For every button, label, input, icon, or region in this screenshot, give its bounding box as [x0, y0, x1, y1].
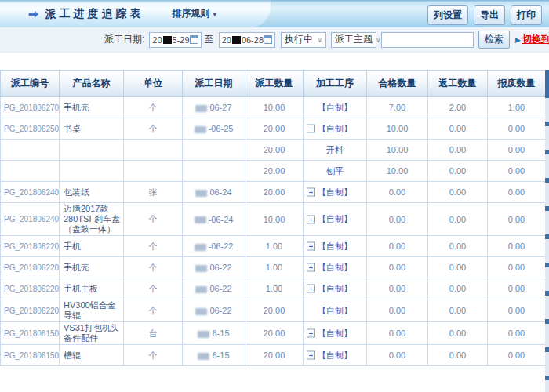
cell-scrap: 0.00 [488, 299, 546, 322]
column-header-0[interactable]: 派工编号 [1, 71, 60, 97]
table-row: PG_20180622001HV300铝合金导辊个06-2220.00【自制】0… [1, 299, 546, 322]
cell-scrap: 0.00 [488, 236, 546, 257]
sort-rule-dropdown[interactable]: 排序规则 ▾ [173, 7, 217, 20]
cell-product: 包装纸 [60, 182, 124, 203]
cell-process: +【自制】 [304, 236, 367, 257]
table-row: PG_20180624002包装纸张06-2420.00+【自制】0.000.0… [1, 182, 546, 203]
cell-code [1, 140, 60, 161]
cell-code: PG_20180622004 [1, 236, 60, 257]
column-header-2[interactable]: 单位 [124, 71, 183, 97]
cell-unit: 张 [124, 182, 183, 203]
cell-unit: 台 [124, 322, 183, 345]
cell-product: HV300铝合金导辊 [60, 299, 124, 322]
cell-qty: 1.00 [245, 257, 304, 278]
cell-process: +【自制】 [304, 182, 367, 203]
print-button[interactable]: 打印 [511, 5, 542, 25]
column-header-8[interactable]: 报废数量 [488, 71, 546, 97]
redacted-date-blob [195, 308, 207, 315]
app-window: ➡ 派工进度追踪表 排序规则 ▾ 列设置 导出 打印 派工日期: 20 5-29… [0, 0, 549, 392]
cell-scrap: 1.00 [488, 97, 546, 118]
cell-qty: 20.00 [245, 345, 304, 366]
cell-product: 手机壳 [60, 97, 124, 118]
cell-qty: 20.00 [245, 299, 304, 322]
cell-product: 槽辊 [60, 345, 124, 366]
export-button[interactable]: 导出 [474, 5, 505, 25]
column-header-6[interactable]: 合格数量 [367, 71, 428, 97]
cell-product [60, 140, 124, 161]
column-header-4[interactable]: 派工数量 [245, 71, 304, 97]
keyword-input[interactable] [381, 32, 474, 48]
column-header-3[interactable]: 派工日期 [183, 71, 245, 97]
search-button[interactable]: 检索 [478, 31, 510, 49]
redacted-date-blob [195, 126, 206, 133]
table-row: PG_20180615004VS31打包机头备件配件台6-1520.00+【自制… [1, 322, 546, 345]
cell-qualified: 0.00 [367, 236, 428, 257]
cell-code: PG_20180622003 [1, 257, 60, 278]
cell-scrap: 0.00 [488, 278, 546, 299]
dispatch-date-label: 派工日期: [104, 33, 144, 46]
cell-scrap: 0.00 [488, 345, 546, 366]
chevron-down-icon: ▾ [213, 10, 217, 18]
cell-qualified: 0.00 [367, 278, 428, 299]
calendar-icon[interactable] [190, 35, 198, 44]
cell-rework: 0.00 [428, 182, 488, 203]
column-settings-button[interactable]: 列设置 [427, 5, 468, 25]
cell-rework: 0.00 [428, 118, 488, 140]
topic-select[interactable]: 派工主题 ∨ [331, 32, 376, 48]
table-row: PG_20180624001迈腾2017款280TSI-刹车盘（盘鼓一体）个-0… [1, 203, 546, 236]
cell-product: 书桌 [60, 118, 124, 140]
table-row: 20.00刨平10.000.000.00 [1, 161, 546, 182]
cell-process: +【自制】 [304, 322, 367, 345]
redacted-date-blob [198, 331, 209, 338]
cell-rework: 0.00 [428, 140, 488, 161]
cell-qualified: 0.00 [367, 299, 428, 322]
calendar-icon[interactable] [264, 35, 272, 44]
date-from-input[interactable]: 20 5-29 [149, 32, 201, 48]
cell-rework: 0.00 [428, 236, 488, 257]
chevron-down-icon: ∨ [376, 36, 381, 44]
status-select[interactable]: 执行中 ∨ [281, 32, 326, 48]
cell-process: 【自制】 [304, 97, 367, 118]
cell-process: 开料 [304, 140, 367, 161]
expand-icon[interactable]: + [307, 242, 315, 251]
expand-icon[interactable]: + [307, 329, 315, 338]
expand-icon[interactable]: + [307, 263, 315, 272]
cell-rework: 0.00 [428, 345, 488, 366]
cell-scrap: 0.00 [488, 322, 546, 345]
expand-icon[interactable]: + [307, 351, 315, 360]
column-header-5[interactable]: 加工工序 [304, 71, 367, 97]
arrow-right-icon: ➡ [28, 7, 38, 21]
status-select-value: 执行中 [285, 33, 313, 46]
cell-code: PG_20180624001 [1, 203, 60, 236]
cell-code: PG_20180624002 [1, 182, 60, 203]
cell-date [183, 161, 245, 182]
cell-scrap: 0.00 [488, 140, 546, 161]
collapse-icon[interactable]: − [307, 125, 315, 133]
cell-rework: 0.00 [428, 203, 488, 236]
column-header-7[interactable]: 返工数量 [428, 71, 488, 97]
expand-icon[interactable]: + [307, 285, 315, 293]
date-to-value-suffix: 06-28 [242, 35, 264, 45]
cell-process: +【自制】 [304, 278, 367, 299]
cell-qty: 20.00 [245, 161, 304, 182]
cell-unit: 个 [124, 203, 183, 236]
cell-qualified: 0.00 [367, 345, 428, 366]
cell-date: 06-22 [183, 257, 245, 278]
expand-icon[interactable]: + [307, 188, 315, 197]
cell-product: 迈腾2017款280TSI-刹车盘（盘鼓一体） [60, 203, 124, 236]
date-from-value-suffix: 5-29 [173, 35, 190, 45]
advanced-search-link[interactable]: 切换到高级检索 [522, 33, 549, 46]
date-to-input[interactable]: 20 06-28 [219, 32, 275, 48]
redacted-date-blob [195, 190, 207, 197]
cell-qty: 1.00 [245, 236, 304, 257]
column-header-1[interactable]: 产品名称 [60, 71, 124, 97]
redacted-date-blob [195, 105, 207, 112]
cell-date: 06-27 [183, 97, 245, 118]
redacted-date-blob [195, 286, 207, 293]
page-title: 派工进度追踪表 [45, 7, 144, 21]
cell-scrap: 0.00 [488, 203, 546, 236]
expand-icon[interactable]: + [307, 215, 315, 223]
cell-qualified: 0.00 [367, 203, 428, 236]
cell-code: PG_20180622001 [1, 299, 60, 322]
cell-date: 06-24 [183, 182, 245, 203]
